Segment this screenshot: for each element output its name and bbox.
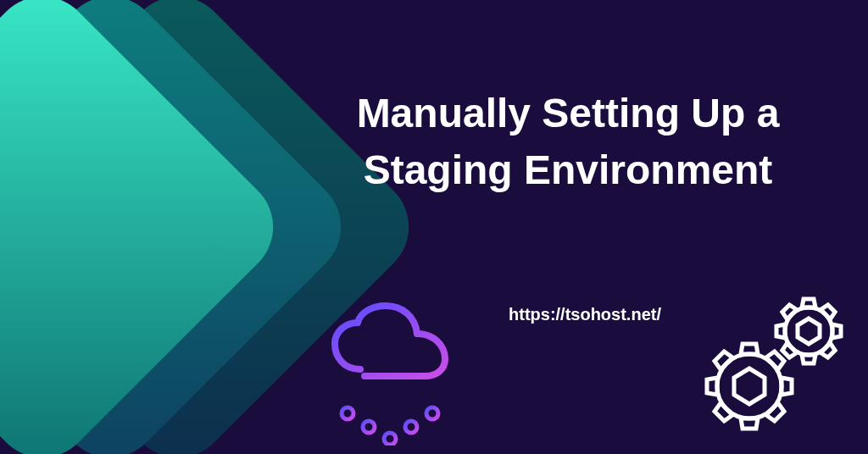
svg-point-6	[384, 433, 396, 445]
svg-marker-13	[798, 318, 820, 344]
svg-point-9	[342, 407, 353, 419]
cloud-network-icon	[322, 302, 475, 446]
svg-point-12	[785, 307, 832, 355]
svg-point-8	[426, 407, 438, 419]
svg-point-10	[717, 354, 782, 418]
url-label: https://tsohost.net/	[509, 305, 661, 324]
page-title: Manually Setting Up a Staging Environmen…	[331, 85, 805, 198]
settings-gears-icon	[703, 289, 855, 441]
svg-point-5	[363, 421, 375, 433]
svg-marker-11	[734, 368, 765, 404]
svg-point-7	[405, 421, 417, 433]
